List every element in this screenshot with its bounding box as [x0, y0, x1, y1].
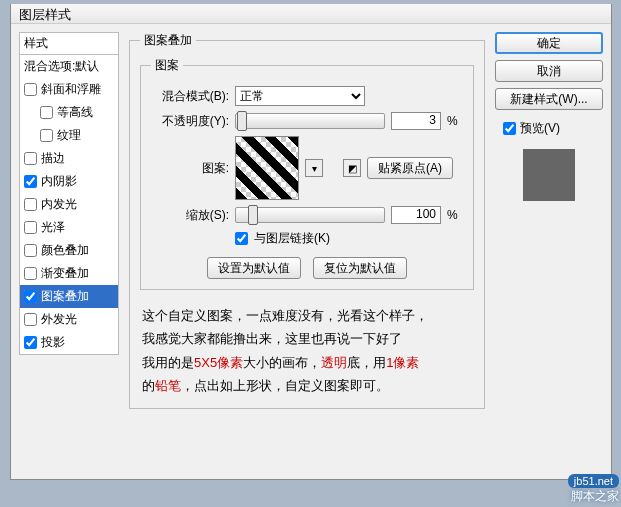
- create-pattern-icon[interactable]: ◩: [343, 159, 361, 177]
- effect-row[interactable]: 纹理: [20, 124, 118, 147]
- effect-label: 图案叠加: [41, 288, 89, 305]
- layer-style-dialog: 图层样式 样式 混合选项:默认 斜面和浮雕等高线纹理描边内阴影内发光光泽颜色叠加…: [10, 4, 612, 480]
- preview-checkbox[interactable]: [503, 122, 516, 135]
- pattern-picker-arrow[interactable]: ▾: [305, 159, 323, 177]
- effect-row[interactable]: 斜面和浮雕: [20, 78, 118, 101]
- effect-checkbox[interactable]: [24, 175, 37, 188]
- effect-checkbox[interactable]: [24, 336, 37, 349]
- preview-label: 预览(V): [520, 120, 560, 137]
- effect-label: 外发光: [41, 311, 77, 328]
- effect-row[interactable]: 等高线: [20, 101, 118, 124]
- effect-label: 投影: [41, 334, 65, 351]
- effect-row[interactable]: 投影: [20, 331, 118, 354]
- opacity-slider[interactable]: [235, 113, 385, 129]
- effect-checkbox[interactable]: [24, 152, 37, 165]
- scale-label: 缩放(S):: [151, 207, 229, 224]
- effect-label: 渐变叠加: [41, 265, 89, 282]
- effect-checkbox[interactable]: [24, 244, 37, 257]
- link-with-layer-checkbox[interactable]: [235, 232, 248, 245]
- effect-label: 斜面和浮雕: [41, 81, 101, 98]
- scale-value[interactable]: 100: [391, 206, 441, 224]
- effect-checkbox[interactable]: [24, 267, 37, 280]
- scale-slider[interactable]: [235, 207, 385, 223]
- window-title: 图层样式: [11, 4, 611, 24]
- opacity-label: 不透明度(Y):: [151, 113, 229, 130]
- effect-label: 描边: [41, 150, 65, 167]
- effect-row[interactable]: 内发光: [20, 193, 118, 216]
- effect-checkbox[interactable]: [24, 83, 37, 96]
- sidebar-header: 样式: [19, 32, 119, 55]
- scale-unit: %: [447, 208, 463, 222]
- reset-default-button[interactable]: 复位为默认值: [313, 257, 407, 279]
- preview-swatch: [523, 149, 575, 201]
- group-title: 图案叠加: [140, 32, 196, 49]
- effect-row[interactable]: 外发光: [20, 308, 118, 331]
- opacity-value[interactable]: 3: [391, 112, 441, 130]
- new-style-button[interactable]: 新建样式(W)...: [495, 88, 603, 110]
- effect-label: 等高线: [57, 104, 93, 121]
- effect-row[interactable]: 渐变叠加: [20, 262, 118, 285]
- subgroup-title: 图案: [151, 57, 183, 74]
- pattern-swatch[interactable]: [235, 136, 299, 200]
- description-text: 这个自定义图案，一点难度没有，光看这个样子， 我感觉大家都能撸出来，这里也再说一…: [140, 304, 474, 398]
- effect-row[interactable]: 内阴影: [20, 170, 118, 193]
- pattern-label: 图案:: [151, 160, 229, 177]
- effect-label: 光泽: [41, 219, 65, 236]
- effect-row[interactable]: 描边: [20, 147, 118, 170]
- effect-checkbox[interactable]: [24, 198, 37, 211]
- blend-mode-label: 混合模式(B):: [151, 88, 229, 105]
- opacity-unit: %: [447, 114, 463, 128]
- effect-checkbox[interactable]: [24, 290, 37, 303]
- blending-options-row[interactable]: 混合选项:默认: [20, 55, 118, 78]
- cancel-button[interactable]: 取消: [495, 60, 603, 82]
- effect-checkbox[interactable]: [24, 313, 37, 326]
- pattern-overlay-group: 图案叠加 图案 混合模式(B): 正常 不透明度(Y): 3 %: [129, 32, 485, 409]
- effect-label: 内发光: [41, 196, 77, 213]
- make-default-button[interactable]: 设置为默认值: [207, 257, 301, 279]
- link-with-layer-label: 与图层链接(K): [254, 230, 330, 247]
- effect-checkbox[interactable]: [24, 221, 37, 234]
- effect-row[interactable]: 颜色叠加: [20, 239, 118, 262]
- ok-button[interactable]: 确定: [495, 32, 603, 54]
- effect-checkbox[interactable]: [40, 106, 53, 119]
- effect-label: 纹理: [57, 127, 81, 144]
- effect-label: 颜色叠加: [41, 242, 89, 259]
- effects-list: 混合选项:默认 斜面和浮雕等高线纹理描边内阴影内发光光泽颜色叠加渐变叠加图案叠加…: [19, 55, 119, 355]
- pattern-subgroup: 图案 混合模式(B): 正常 不透明度(Y): 3 % 图: [140, 57, 474, 290]
- effect-checkbox[interactable]: [40, 129, 53, 142]
- effect-label: 内阴影: [41, 173, 77, 190]
- blend-mode-select[interactable]: 正常: [235, 86, 365, 106]
- effect-row[interactable]: 图案叠加: [20, 285, 118, 308]
- styles-sidebar: 样式 混合选项:默认 斜面和浮雕等高线纹理描边内阴影内发光光泽颜色叠加渐变叠加图…: [19, 32, 119, 471]
- effect-row[interactable]: 光泽: [20, 216, 118, 239]
- snap-origin-button[interactable]: 贴紧原点(A): [367, 157, 453, 179]
- watermark: jb51.net 脚本之家: [568, 474, 619, 505]
